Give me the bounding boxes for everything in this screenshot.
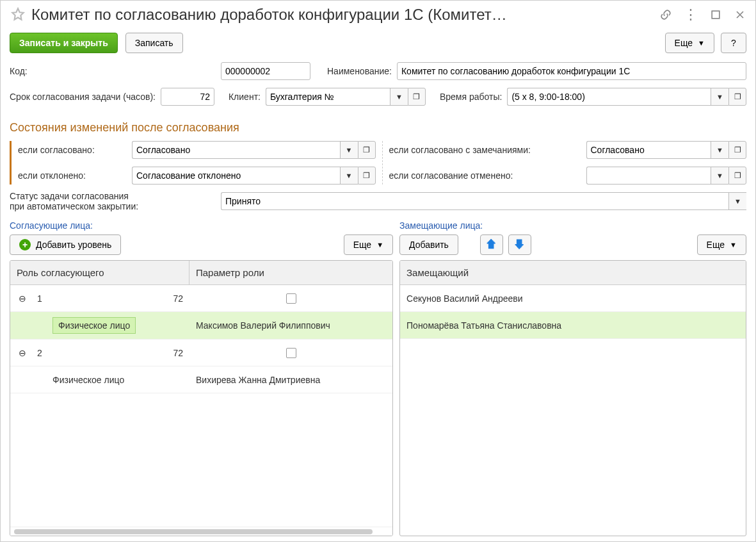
states-heading: Состояния изменений после согласования	[10, 121, 746, 135]
role-cell: Физическое лицо	[52, 375, 124, 385]
table-row[interactable]: Секунов Василий Андрееви	[400, 285, 746, 312]
autoclose-row: Статус задачи согласования при автоматич…	[10, 191, 746, 211]
approved-select[interactable]: ▼ ❐	[132, 141, 376, 159]
arrow-up-icon: 🡅	[486, 238, 497, 252]
maximize-icon[interactable]	[709, 8, 722, 21]
worktime-label: Время работы:	[440, 92, 502, 102]
states-section: если согласовано: ▼ ❐ если отклонено: ▼ …	[10, 141, 746, 185]
cancelled-select[interactable]: ▼ ❐	[586, 167, 747, 185]
horizontal-scrollbar[interactable]	[10, 527, 392, 536]
cancelled-input[interactable]	[586, 167, 711, 185]
approved-input[interactable]	[132, 141, 340, 159]
substitutes-body[interactable]: Секунов Василий Андрееви Пономарёва Тать…	[400, 285, 746, 536]
chevron-down-icon[interactable]: ▼	[711, 88, 728, 106]
approved-notes-select[interactable]: ▼ ❐	[586, 141, 747, 159]
approvers-table: Роль согласующего Параметр роли ⊖ 1 72 Ф…	[10, 260, 393, 536]
substitutes-heading: Замещающие лица:	[399, 220, 746, 231]
add-level-label: Добавить уровень	[36, 240, 111, 250]
svg-rect-0	[712, 11, 720, 19]
approved-label: если согласовано:	[18, 145, 127, 155]
link-icon[interactable]	[659, 8, 672, 21]
autoclose-select[interactable]: ▼	[221, 192, 746, 210]
open-external-icon[interactable]: ❐	[358, 167, 376, 185]
param-cell: Максимов Валерий Филиппович	[189, 315, 392, 336]
save-button[interactable]: Записать	[125, 33, 183, 53]
substitutes-more-button[interactable]: Еще ▼	[697, 234, 746, 255]
substitutes-toolbar: Добавить 🡅 🡇 Еще ▼	[399, 234, 746, 255]
chevron-down-icon[interactable]: ▼	[340, 167, 358, 185]
save-and-close-button[interactable]: Записать и закрыть	[10, 33, 118, 53]
approved-notes-label: если согласовано с замечаниями:	[389, 145, 581, 155]
help-button[interactable]: ?	[721, 33, 746, 53]
substitutes-table: Замещающий Секунов Василий Андрееви Поно…	[399, 260, 746, 536]
two-panes: Согласующие лица: +Добавить уровень Еще …	[10, 219, 746, 536]
chevron-down-icon[interactable]: ▼	[728, 192, 746, 210]
titlebar: Комитет по согласованию доработок конфиг…	[10, 6, 746, 24]
worktime-select[interactable]: ▼ ❐	[507, 88, 746, 106]
client-input[interactable]	[266, 88, 390, 106]
name-input[interactable]	[397, 62, 746, 80]
chevron-down-icon[interactable]: ▼	[711, 167, 728, 185]
close-icon[interactable]	[734, 8, 746, 21]
titlebar-actions: ⋮	[659, 8, 746, 22]
add-substitute-button[interactable]: Добавить	[399, 234, 458, 255]
open-external-icon[interactable]: ❐	[728, 141, 746, 159]
chevron-down-icon[interactable]: ▼	[340, 141, 358, 159]
chevron-down-icon[interactable]: ▼	[711, 141, 728, 159]
arrow-down-icon: 🡇	[514, 238, 526, 252]
approvers-body[interactable]: ⊖ 1 72 Физическое лицо Максимов Валерий …	[10, 285, 392, 527]
rejected-label: если отклонено:	[18, 170, 127, 181]
substitute-name: Секунов Василий Андрееви	[400, 288, 746, 309]
table-row[interactable]: Физическое лицо Вихирева Жанна Дмитриевн…	[10, 366, 392, 393]
approvers-pane: Согласующие лица: +Добавить уровень Еще …	[10, 219, 393, 536]
rejected-input[interactable]	[132, 167, 340, 185]
worktime-input[interactable]	[507, 88, 711, 106]
col-substitute: Замещающий	[400, 261, 746, 284]
chevron-down-icon: ▼	[698, 39, 705, 47]
more-label: Еще	[707, 240, 725, 250]
code-label: Код:	[10, 66, 216, 76]
more-button[interactable]: Еще ▼	[665, 33, 714, 53]
col-role: Роль согласующего	[10, 261, 189, 284]
deadline-input[interactable]	[161, 88, 214, 106]
checkbox[interactable]	[286, 348, 296, 358]
role-chip: Физическое лицо	[52, 317, 136, 334]
table-row-level[interactable]: ⊖ 2 72	[10, 340, 392, 366]
window-title: Комитет по согласованию доработок конфиг…	[31, 6, 644, 24]
checkbox[interactable]	[286, 293, 296, 304]
collapse-icon[interactable]: ⊖	[17, 348, 28, 358]
table-row-level[interactable]: ⊖ 1 72	[10, 285, 392, 312]
open-external-icon[interactable]: ❐	[728, 88, 746, 106]
approvers-heading: Согласующие лица:	[10, 220, 393, 231]
window-root: { "title": "Комитет по согласованию дора…	[0, 0, 756, 542]
open-external-icon[interactable]: ❐	[408, 88, 426, 106]
deadline-label: Срок согласования задачи (часов):	[10, 92, 156, 102]
approvers-toolbar: +Добавить уровень Еще ▼	[10, 234, 393, 255]
states-col-left: если согласовано: ▼ ❐ если отклонено: ▼ …	[10, 141, 376, 185]
plus-circle-icon: +	[19, 239, 31, 250]
approvers-more-button[interactable]: Еще ▼	[344, 234, 393, 255]
kebab-menu-icon[interactable]: ⋮	[684, 8, 698, 22]
client-label: Клиент:	[229, 92, 261, 102]
collapse-icon[interactable]: ⊖	[17, 293, 28, 304]
table-row[interactable]: Физическое лицо Максимов Валерий Филиппо…	[10, 312, 392, 340]
add-level-button[interactable]: +Добавить уровень	[10, 234, 121, 255]
command-bar: Записать и закрыть Записать Еще ▼ ?	[10, 33, 746, 53]
chevron-down-icon[interactable]: ▼	[390, 88, 408, 106]
open-external-icon[interactable]: ❐	[728, 167, 746, 185]
chevron-down-icon: ▼	[730, 241, 737, 249]
open-external-icon[interactable]: ❐	[358, 141, 376, 159]
code-input[interactable]	[221, 62, 310, 80]
chevron-down-icon: ▼	[376, 241, 383, 249]
level-num: 1	[37, 293, 42, 304]
move-down-button[interactable]: 🡇	[508, 234, 531, 255]
move-up-button[interactable]: 🡅	[480, 234, 503, 255]
autoclose-input[interactable]	[221, 192, 728, 210]
table-row[interactable]: Пономарёва Татьяна Станиславовна	[400, 312, 746, 339]
favorite-star-icon[interactable]	[10, 6, 26, 23]
approved-notes-input[interactable]	[586, 141, 711, 159]
rejected-select[interactable]: ▼ ❐	[132, 167, 376, 185]
level-hours: 72	[173, 293, 183, 304]
states-col-right: если согласовано с замечаниями: ▼ ❐ если…	[382, 141, 747, 185]
client-select[interactable]: ▼ ❐	[266, 88, 426, 106]
